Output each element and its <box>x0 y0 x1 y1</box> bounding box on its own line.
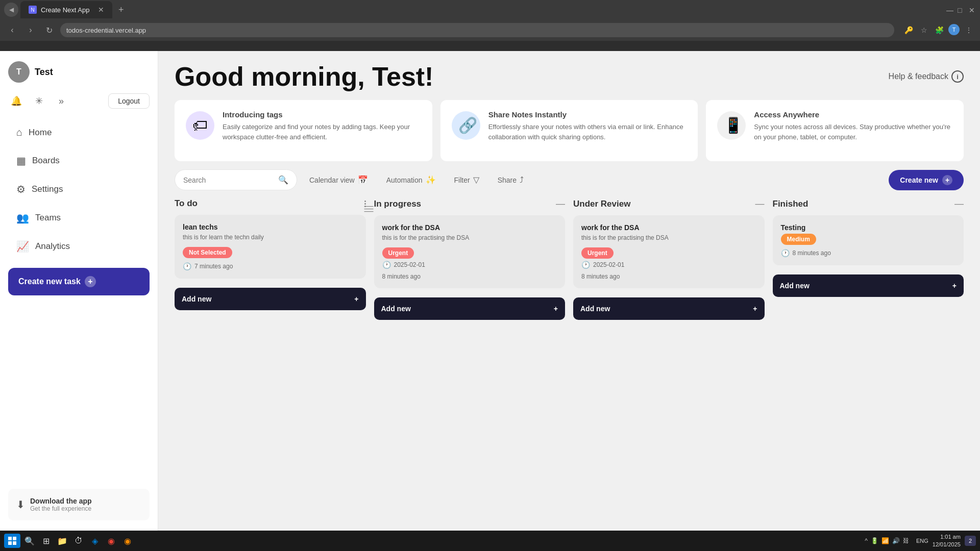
tab-back: ◀ <box>4 3 18 17</box>
table-row[interactable]: lean techs this is for learn the techn d… <box>175 215 366 279</box>
task-time: 🕐 8 minutes ago <box>781 249 956 257</box>
column-finished-menu[interactable]: — <box>954 198 964 209</box>
forward-button[interactable]: › <box>23 23 38 37</box>
calendar-icon: 📅 <box>358 175 368 185</box>
start-button[interactable] <box>4 534 20 548</box>
column-todo-header: To do ——— <box>175 198 366 209</box>
add-new-finished-button[interactable]: Add new + <box>773 274 964 297</box>
logout-button[interactable]: Logout <box>108 93 150 109</box>
lang-display: ENG <box>916 538 928 544</box>
tab-close-button[interactable]: ✕ <box>98 6 104 14</box>
taskbar-clock-icon[interactable]: ⏱ <box>71 534 86 548</box>
svg-text:🏷: 🏷 <box>192 117 208 134</box>
add-new-todo-label: Add new <box>182 295 211 303</box>
table-row[interactable]: Testing Medium 🕐 8 minutes ago <box>773 215 964 265</box>
add-new-underreview-button[interactable]: Add new + <box>573 297 765 320</box>
column-underreview-menu[interactable]: — <box>755 198 765 209</box>
profile-icon[interactable]: T <box>948 24 960 35</box>
taskbar-search-icon[interactable]: 🔍 <box>22 534 37 548</box>
add-new-finished-label: Add new <box>780 282 810 290</box>
sidebar-label-settings: Settings <box>32 184 63 194</box>
clock-icon: 🕐 <box>183 262 191 270</box>
time-label: 8 minutes ago <box>581 273 620 280</box>
create-task-button[interactable]: Create new task + <box>8 268 150 295</box>
address-bar[interactable]: todos-credential.vercel.app <box>60 23 894 37</box>
calendar-view-button[interactable]: Calendar view 📅 <box>303 171 374 189</box>
status-badge: Medium <box>781 234 816 245</box>
search-icon: 🔍 <box>278 175 288 185</box>
close-button[interactable]: ✕ <box>969 6 976 13</box>
add-new-plus: + <box>354 295 358 303</box>
taskbar-chrome2-icon[interactable]: ◉ <box>120 534 135 548</box>
task-time: 🕐 7 minutes ago <box>183 262 358 270</box>
status-badge: Urgent <box>581 247 614 259</box>
task-title: work for the DSA <box>382 223 557 232</box>
status-badge: Not Selected <box>183 247 232 258</box>
time-date-display: 1:01 am 12/01/2025 <box>933 533 961 549</box>
add-new-plus: + <box>753 305 757 313</box>
tags-feature-icon: 🏷 <box>185 110 215 146</box>
create-new-plus-icon: + <box>942 175 952 185</box>
feature-card-access-content: Access Anywhere Sync your notes across a… <box>754 110 953 142</box>
minimize-button[interactable]: — <box>946 6 953 13</box>
sidebar-label-teams: Teams <box>35 213 61 223</box>
board-toolbar: 🔍 Calendar view 📅 Automation ✨ Filter ▽ … <box>158 169 980 198</box>
column-inprogress-menu[interactable]: — <box>556 198 565 209</box>
column-todo-menu[interactable]: ——— <box>364 201 366 207</box>
task-desc: this is for the practising the DSA <box>382 234 557 242</box>
taskbar-task-view-icon[interactable]: ⊞ <box>39 534 53 548</box>
help-feedback-button[interactable]: Help & feedback i <box>889 70 964 83</box>
browser-tab-active[interactable]: N Create Next App ✕ <box>20 1 112 18</box>
column-finished-header: Finished — <box>773 198 964 209</box>
browser-toolbar: ‹ › ↻ todos-credential.vercel.app 🔑 ☆ 🧩 … <box>0 19 980 41</box>
taskbar-files-icon[interactable]: 📁 <box>55 534 69 548</box>
home-icon: ⌂ <box>16 127 22 138</box>
table-row[interactable]: work for the DSA this is for the practis… <box>374 215 566 288</box>
status-badge: Urgent <box>382 247 414 259</box>
share-label: Share <box>498 176 517 184</box>
sidebar-item-analytics[interactable]: 📈 Analytics <box>8 233 150 260</box>
sidebar-item-boards[interactable]: ▦ Boards <box>8 147 150 174</box>
share-feature-title: Share Notes Instantly <box>488 110 688 119</box>
create-new-button[interactable]: Create new + <box>889 170 964 190</box>
notification-badge[interactable]: 2 <box>965 536 976 546</box>
column-underreview: Under Review — work for the DSA this is … <box>573 198 765 531</box>
taskbar-chrome-icon[interactable]: ◉ <box>104 534 118 548</box>
svg-rect-6 <box>8 537 12 540</box>
filter-label: Filter <box>454 176 470 184</box>
avatar: T <box>8 61 30 83</box>
greeting-text: Good morning, Test! <box>175 61 433 92</box>
feature-card-tags-content: Introducing tags Easily categorize and f… <box>223 110 422 142</box>
back-button[interactable]: ‹ <box>5 23 19 37</box>
add-new-underreview-label: Add new <box>580 305 610 313</box>
add-new-plus: + <box>554 305 558 313</box>
taskbar-vscode-icon[interactable]: ◈ <box>88 534 102 548</box>
main-content: Good morning, Test! Help & feedback i 🏷 … <box>158 51 980 531</box>
new-tab-button[interactable]: + <box>114 5 128 15</box>
notification-icon[interactable]: 🔔 <box>8 93 24 109</box>
add-new-todo-button[interactable]: Add new + <box>175 288 366 310</box>
star-icon[interactable]: ☆ <box>918 24 930 36</box>
expand-icon[interactable]: » <box>53 93 69 109</box>
search-input[interactable] <box>183 176 274 184</box>
sidebar-item-home[interactable]: ⌂ Home <box>8 119 150 145</box>
chevron-up-icon[interactable]: ^ <box>865 537 868 544</box>
user-name: Test <box>35 67 53 78</box>
sidebar-item-settings[interactable]: ⚙ Settings <box>8 176 150 203</box>
feature-card-share-content: Share Notes Instantly Effortlessly share… <box>488 110 688 142</box>
share-button[interactable]: Share ⤴ <box>492 171 530 189</box>
svg-text:🔗: 🔗 <box>458 116 478 135</box>
automation-button[interactable]: Automation ✨ <box>380 171 442 189</box>
clock-icon: 🕐 <box>382 261 391 269</box>
maximize-button[interactable]: □ <box>958 6 965 13</box>
search-box[interactable]: 🔍 <box>175 169 297 190</box>
table-row[interactable]: work for the DSA this is for the practis… <box>573 215 765 288</box>
refresh-button[interactable]: ↻ <box>42 23 56 37</box>
task-time: 8 minutes ago <box>581 273 756 280</box>
help-feedback-label: Help & feedback <box>889 72 948 81</box>
filter-button[interactable]: Filter ▽ <box>448 171 485 189</box>
svg-rect-9 <box>13 541 16 545</box>
add-new-inprogress-button[interactable]: Add new + <box>374 297 566 320</box>
sidebar-item-teams[interactable]: 👥 Teams <box>8 205 150 231</box>
menu-icon[interactable]: ⋮ <box>963 24 975 36</box>
